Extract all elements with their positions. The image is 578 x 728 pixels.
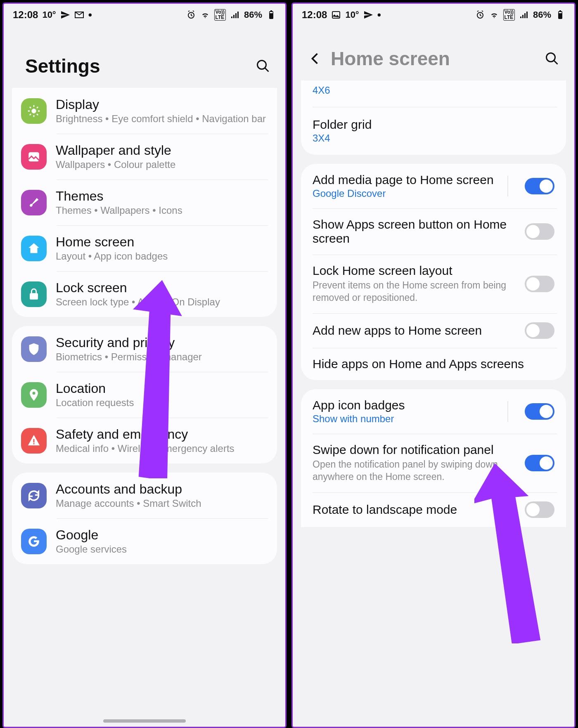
page-title: Home screen	[331, 47, 450, 70]
svg-rect-2	[270, 10, 272, 12]
toggle-switch[interactable]	[525, 223, 554, 240]
status-time: 12:08	[13, 9, 38, 21]
status-battery: 86%	[533, 9, 551, 20]
wifi-icon	[200, 10, 210, 20]
option-add-new-apps-to-home-screen[interactable]: Add new apps to Home screen	[301, 313, 566, 348]
battery-icon	[555, 10, 565, 20]
page-header: Settings	[4, 26, 285, 90]
item-subtitle: Google services	[56, 544, 268, 555]
settings-card: DisplayBrightness • Eye comfort shield •…	[12, 88, 277, 317]
status-time: 12:08	[302, 9, 327, 21]
search-button[interactable]	[542, 49, 562, 69]
settings-item-home-screen[interactable]: Home screenLayout • App icon badges	[12, 225, 277, 271]
toggle-switch[interactable]	[525, 276, 554, 292]
status-battery: 86%	[244, 9, 262, 20]
right-screenshot: 12:08 10° • Vo))LTE 86% Home screen	[291, 2, 576, 728]
pin-icon	[21, 382, 47, 408]
item-title: Security and privacy	[56, 335, 268, 350]
settings-item-display[interactable]: DisplayBrightness • Eye comfort shield •…	[12, 88, 277, 134]
status-bar: 12:08 10° • Vo))LTE 86%	[4, 4, 285, 26]
grid-settings-card: 4X6 Folder grid 3X4	[301, 80, 566, 155]
search-icon	[256, 59, 270, 73]
option-title: Hide apps on Home and Apps screens	[313, 357, 554, 371]
toggle-switch[interactable]	[525, 403, 554, 420]
option-title: App icon badges	[313, 398, 495, 412]
chevron-left-icon	[308, 51, 323, 66]
settings-item-accounts-and-backup[interactable]: Accounts and backupManage accounts • Sma…	[12, 473, 277, 518]
option-lock-home-screen-layout[interactable]: Lock Home screen layoutPrevent items on …	[301, 255, 566, 313]
item-subtitle: Brightness • Eye comfort shield • Naviga…	[56, 113, 268, 125]
option-title: Add media page to Home screen	[313, 173, 495, 187]
item-subtitle: Layout • App icon badges	[56, 251, 268, 262]
svg-rect-3	[270, 12, 273, 13]
option-show-apps-screen-button-on-home-screen[interactable]: Show Apps screen button on Home screen	[301, 208, 566, 255]
toggle-switch[interactable]	[525, 322, 554, 339]
item-title: Display	[56, 97, 268, 112]
warning-icon	[21, 428, 47, 454]
settings-item-lock-screen[interactable]: Lock screenScreen lock type • Always On …	[12, 271, 277, 317]
settings-item-location[interactable]: LocationLocation requests	[12, 372, 277, 418]
option-title: Swipe down for notification panel	[313, 443, 512, 457]
search-button[interactable]	[253, 56, 273, 76]
settings-item-safety-and-emergency[interactable]: Safety and emergencyMedical info • Wirel…	[12, 418, 277, 463]
item-title: Home screen	[56, 234, 268, 250]
settings-item-google[interactable]: GoogleGoogle services	[12, 518, 277, 564]
item-subtitle: Biometrics • Permission manager	[56, 351, 268, 363]
option-title: Lock Home screen layout	[313, 264, 512, 278]
option-app-icon-badges[interactable]: App icon badgesShow with number	[301, 389, 566, 434]
brush-icon	[21, 190, 47, 215]
folder-grid-value: 3X4	[313, 132, 554, 144]
svg-rect-7	[30, 293, 38, 300]
mail-icon	[74, 10, 84, 20]
apps-grid-row[interactable]: 4X6	[301, 80, 566, 107]
option-description: Prevent items on the Home screen from be…	[313, 279, 512, 304]
shield-icon	[21, 336, 47, 362]
settings-item-themes[interactable]: ThemesThemes • Wallpapers • Icons	[12, 180, 277, 225]
item-subtitle: Manage accounts • Smart Switch	[56, 498, 268, 509]
volte-icon: Vo))LTE	[503, 9, 515, 21]
google-icon	[21, 529, 47, 554]
option-subtitle: Show with number	[313, 413, 495, 425]
option-swipe-down-for-notification-panel[interactable]: Swipe down for notification panelOpen th…	[301, 434, 566, 492]
item-subtitle: Wallpapers • Colour palette	[56, 159, 268, 170]
item-title: Location	[56, 381, 268, 396]
svg-point-8	[32, 392, 35, 395]
home-options-card-2: App icon badgesShow with numberSwipe dow…	[301, 389, 566, 527]
option-title: Add new apps to Home screen	[313, 324, 512, 338]
home-icon	[21, 236, 47, 261]
option-add-media-page-to-home-screen[interactable]: Add media page to Home screenGoogle Disc…	[301, 164, 566, 208]
item-title: Themes	[56, 189, 268, 204]
item-title: Google	[56, 527, 268, 543]
back-button[interactable]	[305, 48, 326, 69]
item-title: Safety and emergency	[56, 427, 268, 442]
settings-item-wallpaper-and-style[interactable]: Wallpaper and styleWallpapers • Colour p…	[12, 134, 277, 180]
folder-grid-row[interactable]: Folder grid 3X4	[301, 107, 566, 155]
wifi-icon	[489, 10, 499, 20]
signal-icon	[230, 10, 240, 20]
signal-icon	[519, 10, 529, 20]
image-icon	[21, 144, 47, 170]
send-icon	[363, 10, 373, 20]
toggle-switch[interactable]	[525, 178, 554, 194]
option-hide-apps-on-home-and-apps-screens[interactable]: Hide apps on Home and Apps screens	[301, 348, 566, 380]
toggle-switch[interactable]	[525, 455, 554, 471]
folder-grid-title: Folder grid	[313, 118, 554, 132]
svg-point-4	[258, 61, 266, 69]
option-description: Open the notification panel by swiping d…	[313, 459, 512, 483]
nav-indicator[interactable]	[103, 719, 186, 723]
item-subtitle: Screen lock type • Always On Display	[56, 296, 268, 308]
status-temp: 10°	[42, 9, 56, 20]
battery-icon	[266, 10, 276, 20]
home-options-card: Add media page to Home screenGoogle Disc…	[301, 164, 566, 380]
svg-point-16	[547, 53, 555, 62]
option-title: Rotate to landscape mode	[313, 503, 512, 517]
lock-icon	[21, 281, 47, 307]
settings-item-security-and-privacy[interactable]: Security and privacyBiometrics • Permiss…	[12, 326, 277, 372]
option-rotate-to-landscape-mode[interactable]: Rotate to landscape mode	[301, 492, 566, 527]
apps-grid-value: 4X6	[313, 85, 554, 96]
svg-rect-15	[559, 12, 562, 13]
settings-card: Accounts and backupManage accounts • Sma…	[12, 473, 277, 564]
toggle-separator	[507, 401, 508, 422]
item-title: Lock screen	[56, 280, 268, 295]
toggle-switch[interactable]	[525, 501, 554, 518]
